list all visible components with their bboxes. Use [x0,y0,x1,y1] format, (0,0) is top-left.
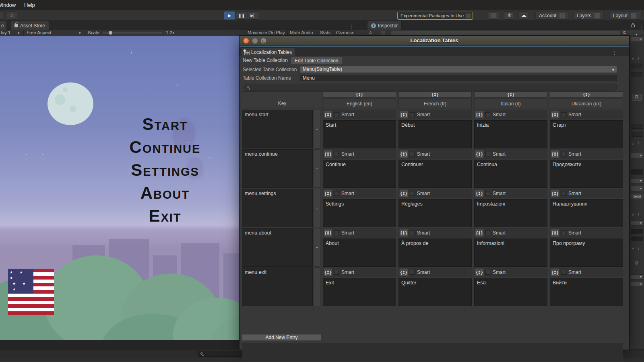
translation-field[interactable]: Про програму [550,239,623,267]
smart-checkbox[interactable] [561,152,566,156]
key-field[interactable]: menu.exit [242,267,313,306]
metadata-button[interactable] [551,189,559,197]
scale-slider-knob[interactable] [109,31,112,35]
metadata-button[interactable] [551,229,559,237]
metadata-button[interactable] [551,150,559,158]
remove-entry-button[interactable]: - [314,149,320,188]
smart-checkbox[interactable] [485,112,490,117]
metadata-button[interactable] [324,150,332,158]
translation-field[interactable]: About [323,239,396,267]
experimental-packages-badge[interactable]: Experimental Packages In Use [397,12,473,20]
sliver-dropdown[interactable] [631,274,643,280]
metadata-button[interactable] [475,189,484,197]
maximize-on-play-toggle[interactable]: Maximize On Play [248,30,285,35]
clipped-tool-button[interactable] [0,11,3,20]
key-field[interactable]: menu.start [242,110,313,148]
table-search-input[interactable] [244,84,617,90]
remove-entry-button[interactable]: - [314,189,320,227]
loc-window-kebab-icon[interactable] [612,49,617,56]
translation-field[interactable]: Start [323,120,396,148]
metadata-button[interactable] [399,150,408,158]
tab-asset-store[interactable]: Asset Store [10,21,49,30]
add-new-entry-button[interactable]: Add New Entry [242,334,321,341]
new-table-collection-button[interactable]: New Table Collection [243,58,288,63]
inspector-name-field[interactable] [391,31,620,35]
sliver-field[interactable] [631,229,643,234]
display-dropdown[interactable]: lay 1 [1,30,10,35]
metadata-button[interactable] [551,111,559,119]
translation-field[interactable]: Début [398,120,472,148]
metadata-button[interactable] [475,268,484,276]
sliver-dropdown[interactable] [631,282,643,287]
grid-snap-icon[interactable]: ⌗ [7,11,17,20]
r-button[interactable]: R [632,94,642,101]
translation-field[interactable]: Esci [474,278,547,306]
translation-field[interactable]: Continua [474,160,547,188]
sliver-dropdown[interactable] [631,37,643,42]
selected-collection-dropdown[interactable]: Menu(StringTable) [300,66,617,73]
preset-kebab-icons[interactable]: ⏚⋮ [632,142,642,146]
remove-entry-button[interactable]: - [314,267,320,306]
metadata-button[interactable] [324,268,332,276]
translation-field[interactable]: Вийти [550,278,623,306]
smart-checkbox[interactable] [561,230,566,235]
smart-checkbox[interactable] [334,191,339,196]
translation-field[interactable]: Impostazioni [474,199,547,227]
smart-checkbox[interactable] [485,270,490,275]
column-settings-button-uk[interactable] [550,91,623,98]
tab-game-clipped[interactable]: e [0,21,7,30]
column-header-french[interactable]: French (fr) [398,99,472,109]
metadata-button[interactable] [399,229,408,237]
translation-field[interactable]: Продовжити [550,160,623,188]
edit-table-collection-button[interactable]: Edit Table Collection [291,57,343,64]
sliver-field[interactable] [631,132,643,137]
sliver-dropdown[interactable] [631,178,643,183]
sliver-field[interactable] [631,72,643,77]
metadata-button[interactable] [475,150,484,158]
sliver-field[interactable] [631,169,643,175]
account-dropdown[interactable]: Account [535,12,568,20]
sliver-dropdown[interactable] [631,186,643,191]
aspect-dropdown[interactable]: Free Aspect [27,30,51,35]
column-header-italian[interactable]: Italian (it) [474,99,547,109]
metadata-button[interactable] [551,268,559,276]
lock-icon[interactable] [631,25,635,27]
gizmos-dropdown[interactable]: Gizmos [336,30,352,35]
metadata-button[interactable] [324,111,332,119]
preset-kebab-icons[interactable]: ⏚⋮ [632,246,642,251]
column-settings-button-fr[interactable] [398,91,472,98]
collab-icon[interactable]: ❋ [504,11,514,20]
translation-field[interactable]: Inizia [474,120,547,148]
column-header-english[interactable]: English (en) [323,99,396,109]
column-header-key[interactable]: Key [242,91,322,109]
inspector-mini-dropdown[interactable]: ic [623,30,626,35]
sliver-dropdown[interactable] [631,153,643,158]
tab-inspector[interactable]: i Inspector [367,21,402,30]
metadata-button[interactable] [475,111,484,119]
translation-field[interactable]: Settings [323,199,396,227]
translation-field[interactable]: Exit [323,278,396,306]
stats-toggle[interactable]: Stats [320,30,330,35]
collection-name-input[interactable]: Menu [300,75,617,81]
step-button[interactable]: ▶▏ [248,11,259,20]
metadata-button[interactable] [324,189,332,197]
smart-checkbox[interactable] [410,112,415,117]
translation-field[interactable]: Налаштування [550,199,623,227]
undo-history-button[interactable] [488,11,499,20]
cloud-icon[interactable] [518,11,529,20]
smart-checkbox[interactable] [561,112,566,117]
metadata-button[interactable] [399,189,408,197]
smart-checkbox[interactable] [410,191,415,196]
translation-field[interactable]: À propos de [398,239,472,267]
menu-window[interactable]: Window [0,2,16,8]
us-flag[interactable] [8,269,54,315]
partial-text-button[interactable]: hese [631,193,643,200]
smart-checkbox[interactable] [334,152,339,156]
translation-field[interactable]: Continuer [398,160,472,188]
smart-checkbox[interactable] [410,152,415,156]
remove-entry-button[interactable]: - [314,110,320,148]
smart-checkbox[interactable] [561,270,566,275]
preset-kebab-icons[interactable]: ⏚⋮ [632,56,642,61]
remove-entry-button[interactable]: - [314,228,320,267]
sliver-field[interactable] [631,237,643,241]
